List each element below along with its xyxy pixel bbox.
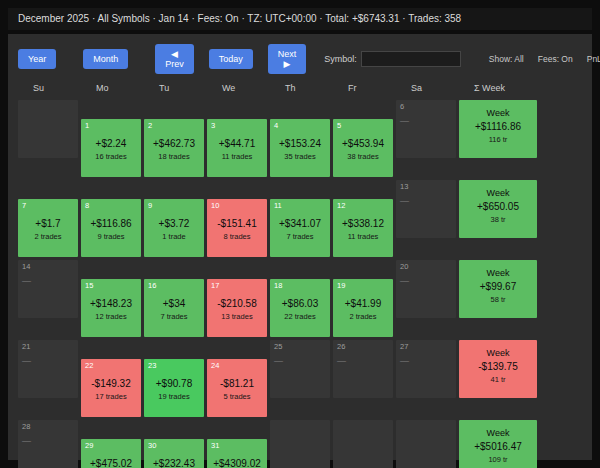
- day-cell-7[interactable]: 7+$1.72 trades: [18, 199, 78, 257]
- today-button[interactable]: Today: [209, 49, 253, 69]
- day-number: 30: [148, 441, 156, 450]
- weekday-header-th: Th: [270, 80, 330, 96]
- day-cell-19[interactable]: 19+$41.992 trades: [333, 279, 393, 337]
- day-number: 20: [400, 262, 408, 271]
- cell-trades: 109 tr: [459, 455, 537, 464]
- week-summary-cell-3[interactable]: Week+$99.6758 tr: [459, 260, 537, 318]
- week-label: Week: [459, 428, 537, 438]
- day-cell-2[interactable]: 2+$462.7318 trades: [144, 119, 204, 177]
- fees-toggle[interactable]: Fees: On: [538, 54, 573, 64]
- day-cell-25[interactable]: 25—: [270, 340, 330, 398]
- day-cell-31[interactable]: 31+$4309.0256 trades: [207, 439, 267, 468]
- day-cell-23[interactable]: 23+$90.7819 trades: [144, 359, 204, 417]
- weekday-header-we: We: [207, 80, 267, 96]
- day-cell-21[interactable]: 21—: [18, 340, 78, 398]
- cell-trades: 8 trades: [207, 232, 267, 241]
- day-number: 11: [274, 201, 282, 210]
- day-cell-11[interactable]: 11+$341.077 trades: [270, 199, 330, 257]
- day-cell-30[interactable]: 30+$232.4312 trades: [144, 439, 204, 468]
- day-cell-8[interactable]: 8+$116.869 trades: [81, 199, 141, 257]
- calendar-panel: Year Month ◀ Prev Today Next ▶ Symbol: S…: [8, 34, 592, 460]
- day-number: 12: [337, 201, 345, 210]
- blank-cell: [396, 420, 456, 468]
- cell-pnl: +$99.67: [459, 281, 537, 292]
- summary-title-bar: December 2025 · All Symbols · Jan 14 · F…: [8, 8, 592, 30]
- cell-trades: 5 trades: [207, 392, 267, 401]
- day-cell-5[interactable]: 5+$453.9438 trades: [333, 119, 393, 177]
- day-cell-12[interactable]: 12+$338.1211 trades: [333, 199, 393, 257]
- week-label: Week: [459, 188, 537, 198]
- day-cell-28[interactable]: 28—: [18, 420, 78, 468]
- week-summary-cell-2[interactable]: Week+$650.0538 tr: [459, 180, 537, 238]
- day-number: 9: [148, 201, 152, 210]
- weekday-header-mo: Mo: [81, 80, 141, 96]
- no-trade-dash: —: [337, 356, 346, 366]
- day-cell-3[interactable]: 3+$44.7111 trades: [207, 119, 267, 177]
- day-cell-22[interactable]: 22-$149.3217 trades: [81, 359, 141, 417]
- month-button[interactable]: Month: [83, 49, 128, 69]
- day-cell-18[interactable]: 18+$86.0322 trades: [270, 279, 330, 337]
- day-number: 6: [400, 102, 404, 111]
- show-toggle[interactable]: Show: All: [489, 54, 524, 64]
- cell-trades: 116 tr: [459, 135, 537, 144]
- cell-pnl: +$232.43: [144, 458, 204, 468]
- day-cell-4[interactable]: 4+$153.2435 trades: [270, 119, 330, 177]
- cell-pnl: +$338.12: [333, 218, 393, 229]
- day-cell-20[interactable]: 20—: [396, 260, 456, 318]
- year-button[interactable]: Year: [18, 49, 56, 69]
- next-button[interactable]: Next ▶: [268, 44, 307, 74]
- day-number: 2: [148, 121, 152, 130]
- day-number: 17: [211, 281, 219, 290]
- day-cell-6[interactable]: 6—: [396, 100, 456, 158]
- cell-pnl: +$453.94: [333, 138, 393, 149]
- day-number: 14: [22, 262, 30, 271]
- day-cell-27[interactable]: 27—: [396, 340, 456, 398]
- cell-trades: 38 tr: [459, 215, 537, 224]
- week-summary-cell-4[interactable]: Week-$139.7541 tr: [459, 340, 537, 398]
- symbol-label: Symbol:: [324, 54, 357, 64]
- week-label: Week: [459, 108, 537, 118]
- day-number: 26: [337, 342, 345, 351]
- cell-pnl: -$149.32: [81, 378, 141, 389]
- week-summary-cell-1[interactable]: Week+$1116.86116 tr: [459, 100, 537, 158]
- toggle-group: Show: All Fees: On PnL: On Trades: On We…: [475, 54, 600, 64]
- cell-pnl: +$41.99: [333, 298, 393, 309]
- day-cell-26[interactable]: 26—: [333, 340, 393, 398]
- no-trade-dash: —: [22, 436, 31, 446]
- weekday-header-sa: Sa: [396, 80, 456, 96]
- cell-trades: 11 trades: [333, 232, 393, 241]
- week-summary-cell-5[interactable]: Week+$5016.47109 tr: [459, 420, 537, 468]
- cell-trades: 19 trades: [144, 392, 204, 401]
- cell-pnl: +$475.02: [81, 458, 141, 468]
- day-number: 4: [274, 121, 278, 130]
- day-cell-29[interactable]: 29+$475.0241 trades: [81, 439, 141, 468]
- week-label: Week: [459, 348, 537, 358]
- cell-trades: 2 trades: [18, 232, 78, 241]
- cell-pnl: +$1116.86: [459, 121, 537, 132]
- day-number: 13: [400, 182, 408, 191]
- prev-button[interactable]: ◀ Prev: [155, 44, 194, 74]
- weekday-header-week-sum: Σ Week: [459, 80, 537, 96]
- cell-pnl: +$4309.02: [207, 458, 267, 468]
- cell-pnl: +$148.23: [81, 298, 141, 309]
- symbol-input[interactable]: [361, 51, 461, 67]
- day-number: 23: [148, 361, 156, 370]
- day-number: 24: [211, 361, 219, 370]
- day-cell-15[interactable]: 15+$148.2312 trades: [81, 279, 141, 337]
- trading-calendar-modal: December 2025 · All Symbols · Jan 14 · F…: [0, 0, 600, 468]
- cell-pnl: -$81.21: [207, 378, 267, 389]
- day-cell-14[interactable]: 14—: [18, 260, 78, 318]
- day-number: 8: [85, 201, 89, 210]
- day-cell-13[interactable]: 13—: [396, 180, 456, 238]
- day-cell-9[interactable]: 9+$3.721 trade: [144, 199, 204, 257]
- day-cell-17[interactable]: 17-$210.5813 trades: [207, 279, 267, 337]
- weekday-header-row: Su Mo Tu We Th Fr Sa Σ Week: [18, 80, 582, 96]
- day-cell-10[interactable]: 10-$151.418 trades: [207, 199, 267, 257]
- cell-pnl: +$5016.47: [459, 441, 537, 452]
- day-cell-24[interactable]: 24-$81.215 trades: [207, 359, 267, 417]
- weekday-header-fr: Fr: [333, 80, 393, 96]
- day-number: 22: [85, 361, 93, 370]
- day-cell-1[interactable]: 1+$2.2416 trades: [81, 119, 141, 177]
- day-cell-16[interactable]: 16+$347 trades: [144, 279, 204, 337]
- pnl-toggle[interactable]: PnL: On: [587, 54, 600, 64]
